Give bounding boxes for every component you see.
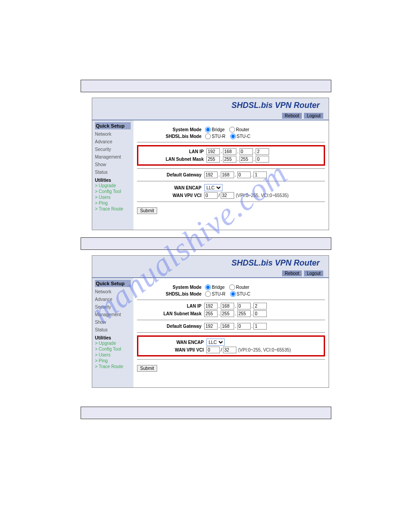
lan-ip-1[interactable] xyxy=(206,148,220,155)
gateway-1[interactable] xyxy=(204,172,218,178)
gateway-2-2[interactable] xyxy=(221,323,234,330)
shdsl-mode-label: SHDSL.bis Mode xyxy=(137,134,204,139)
sidebar-sub-upgrade-2[interactable]: > Upgrade xyxy=(95,340,131,346)
lan-ip-4[interactable] xyxy=(256,148,269,155)
sidebar-item-security[interactable]: Security xyxy=(95,146,131,153)
shdsl-stur-label-2: STU-R xyxy=(212,292,229,296)
content-area: System Mode Bridge Router SHDSL.bis Mode… xyxy=(133,120,329,230)
subnet-2[interactable] xyxy=(223,156,236,163)
system-mode-router-radio-2[interactable] xyxy=(229,284,235,290)
sidebar-item-quick-setup-2[interactable]: Quick Setup xyxy=(95,280,131,287)
gateway-1-2[interactable] xyxy=(204,323,218,330)
sidebar-item-management[interactable]: Management xyxy=(95,153,131,161)
subnet-label: LAN Subnet Mask xyxy=(139,157,206,162)
reboot-button[interactable]: Reboot xyxy=(282,113,302,119)
system-mode-bridge-label: Bridge xyxy=(212,127,228,132)
shdsl-stuc-label: STU-C xyxy=(237,134,254,139)
sidebar-sub-configtool[interactable]: > Config Tool xyxy=(95,189,131,194)
submit-button[interactable]: Submit xyxy=(137,207,157,214)
sidebar-2: Quick Setup Network Advance Security Man… xyxy=(92,278,133,387)
gateway-3[interactable] xyxy=(237,172,251,178)
sidebar-sub-traceroute[interactable]: > Trace Route xyxy=(95,206,131,212)
subnet-4[interactable] xyxy=(256,156,269,163)
subnet-label-2: LAN Subnet Mask xyxy=(137,311,204,316)
subnet-1[interactable] xyxy=(206,156,220,163)
subnet-1-2[interactable] xyxy=(204,310,218,317)
lan-ip-3-2[interactable] xyxy=(237,303,251,309)
lan-ip-1-2[interactable] xyxy=(204,303,218,309)
vpi-input-2[interactable] xyxy=(206,347,220,353)
subnet-2-2[interactable] xyxy=(221,310,234,317)
sidebar-sub-users[interactable]: > Users xyxy=(95,194,131,200)
sidebar-item-security-2[interactable]: Security xyxy=(95,303,131,311)
wan-highlight-box: WAN ENCAP LLC WAN VPI/ VCI / (VPI:0~255,… xyxy=(137,335,325,356)
lan-ip-label: LAN IP xyxy=(139,149,206,154)
logout-button[interactable]: Logout xyxy=(304,113,323,119)
lan-ip-2[interactable] xyxy=(223,148,236,155)
lan-ip-2-2[interactable] xyxy=(221,303,234,309)
sidebar-utilities-head: Utilities xyxy=(95,176,131,183)
sidebar-sub-ping-2[interactable]: > Ping xyxy=(95,358,131,364)
shdsl-stuc-radio-2[interactable] xyxy=(230,291,236,297)
subnet-3-2[interactable] xyxy=(237,310,251,317)
gateway-4-2[interactable] xyxy=(253,323,267,330)
subnet-3[interactable] xyxy=(240,156,253,163)
system-mode-bridge-radio[interactable] xyxy=(205,127,211,133)
lan-ip-3[interactable] xyxy=(240,148,253,155)
caption-box-3 xyxy=(81,407,331,419)
sidebar-sub-configtool-2[interactable]: > Config Tool xyxy=(95,346,131,352)
vpi-input[interactable] xyxy=(204,192,218,199)
sidebar-item-network[interactable]: Network xyxy=(95,130,131,138)
router-title-2: SHDSL.bis VPN Router xyxy=(231,258,320,268)
gateway-label: Default Gateway xyxy=(137,172,204,177)
gateway-2[interactable] xyxy=(221,172,234,178)
vpivci-note-2: (VPI:0~255, VCI:0~65535) xyxy=(236,348,291,352)
shdsl-stur-radio[interactable] xyxy=(205,133,211,139)
gateway-4[interactable] xyxy=(253,172,267,178)
vci-input[interactable] xyxy=(221,192,234,199)
vpivci-note: (VPI:0~255, VCI:0~65535) xyxy=(234,193,289,198)
content-area-2: System Mode Bridge Router SHDSL.bis Mode… xyxy=(133,278,329,387)
sidebar-item-advance-2[interactable]: Advance xyxy=(95,296,131,303)
sidebar-item-quick-setup[interactable]: Quick Setup xyxy=(95,122,131,129)
lan-highlight-box: LAN IP . . . LAN Subnet Mask . . . xyxy=(137,145,325,166)
router-screenshot-1: SHDSL.bis VPN Router Reboot Logout Quick… xyxy=(92,98,329,230)
sidebar-sub-traceroute-2[interactable]: > Trace Route xyxy=(95,364,131,369)
shdsl-stuc-radio[interactable] xyxy=(230,133,236,139)
gateway-label-2: Default Gateway xyxy=(137,324,204,329)
subnet-4-2[interactable] xyxy=(253,310,267,317)
system-mode-label-2: System Mode xyxy=(137,285,204,290)
shdsl-stuc-label-2: STU-C xyxy=(237,292,254,296)
shdsl-mode-label-2: SHDSL.bis Mode xyxy=(137,292,204,296)
sidebar: Quick Setup Network Advance Security Man… xyxy=(92,120,133,230)
router-header: SHDSL.bis VPN Router Reboot Logout xyxy=(92,98,329,120)
sidebar-item-advance[interactable]: Advance xyxy=(95,138,131,146)
vpivci-label-2: WAN VPI/ VCI xyxy=(139,348,206,352)
logout-button-2[interactable]: Logout xyxy=(304,270,323,276)
encap-select-2[interactable]: LLC xyxy=(206,339,225,346)
router-title: SHDSL.bis VPN Router xyxy=(231,101,320,110)
reboot-button-2[interactable]: Reboot xyxy=(282,270,302,276)
vci-input-2[interactable] xyxy=(223,347,236,353)
sidebar-item-show-2[interactable]: Show xyxy=(95,318,131,326)
sidebar-item-network-2[interactable]: Network xyxy=(95,288,131,296)
sidebar-item-management-2[interactable]: Management xyxy=(95,311,131,318)
submit-button-2[interactable]: Submit xyxy=(137,365,157,372)
router-screenshot-2: SHDSL.bis VPN Router Reboot Logout Quick… xyxy=(92,255,329,388)
sidebar-sub-ping[interactable]: > Ping xyxy=(95,200,131,206)
shdsl-stur-radio-2[interactable] xyxy=(205,291,211,297)
sidebar-sub-users-2[interactable]: > Users xyxy=(95,352,131,358)
sidebar-item-show[interactable]: Show xyxy=(95,161,131,168)
gateway-3-2[interactable] xyxy=(237,323,251,330)
lan-ip-label-2: LAN IP xyxy=(137,304,204,309)
encap-select[interactable]: LLC xyxy=(204,184,223,191)
encap-label: WAN ENCAP xyxy=(137,185,204,190)
lan-ip-4-2[interactable] xyxy=(253,303,267,309)
system-mode-bridge-radio-2[interactable] xyxy=(205,284,211,290)
sidebar-sub-upgrade[interactable]: > Upgrade xyxy=(95,183,131,189)
encap-label-2: WAN ENCAP xyxy=(139,340,206,345)
router-header-2: SHDSL.bis VPN Router Reboot Logout xyxy=(92,256,329,278)
system-mode-router-radio[interactable] xyxy=(229,127,235,133)
sidebar-item-status-2[interactable]: Status xyxy=(95,326,131,334)
sidebar-item-status[interactable]: Status xyxy=(95,168,131,176)
